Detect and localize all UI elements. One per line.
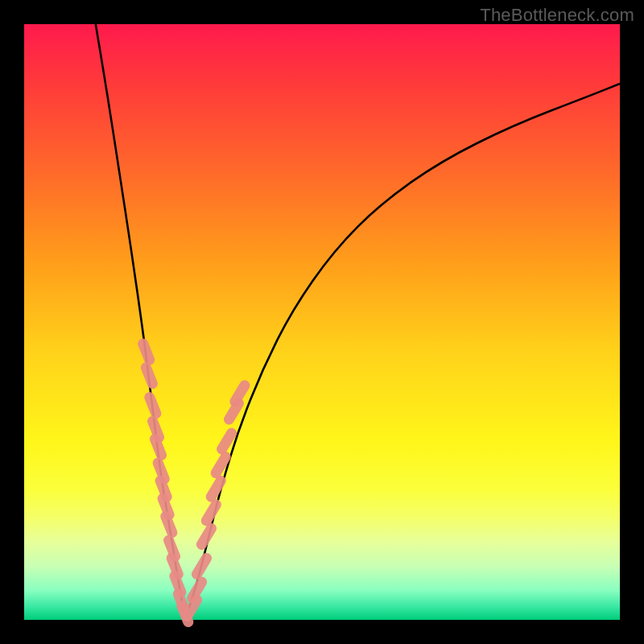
marker-group xyxy=(143,344,245,622)
data-marker xyxy=(206,505,216,521)
data-marker xyxy=(150,398,156,414)
plot-area xyxy=(24,24,620,620)
chart-frame: TheBottleneck.com xyxy=(0,0,644,644)
data-marker xyxy=(216,457,225,473)
data-marker xyxy=(192,582,202,598)
data-marker xyxy=(166,517,172,533)
data-marker xyxy=(201,528,211,544)
curves-svg xyxy=(24,24,620,620)
data-marker xyxy=(222,433,232,449)
data-marker xyxy=(146,368,152,384)
data-marker xyxy=(155,439,162,455)
data-marker xyxy=(143,344,150,360)
right-branch-curve xyxy=(185,84,620,620)
watermark-text: TheBottleneck.com xyxy=(480,5,634,26)
data-marker xyxy=(197,558,207,574)
data-marker xyxy=(235,386,245,402)
